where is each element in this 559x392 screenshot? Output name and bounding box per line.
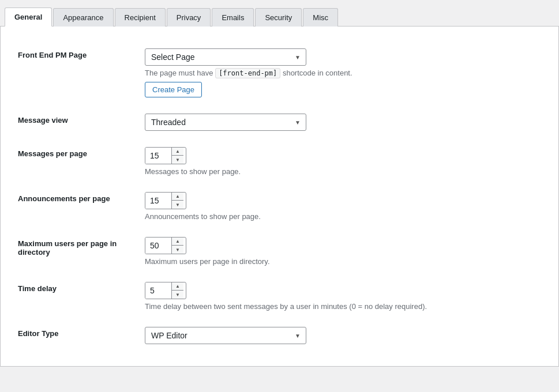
select-editor-type-dropdown[interactable]: WP Editor Plain Text — [145, 327, 306, 344]
spinner-up-messages[interactable]: ▲ — [172, 148, 183, 156]
select-wrapper-page: Select Page ▼ — [145, 48, 306, 66]
input-cell-message-view: Threaded Flat ▼ — [139, 105, 547, 139]
tabs-bar: General Appearance Recipient Privacy Ema… — [0, 0, 559, 27]
label-announcements-per-page: Announcements per page — [12, 184, 139, 229]
messages-per-page-description: Messages to show per page. — [145, 167, 541, 176]
tab-general[interactable]: General — [5, 7, 52, 27]
tab-security[interactable]: Security — [255, 8, 302, 27]
announcements-per-page-input[interactable] — [145, 193, 171, 209]
select-wrapper-message-view: Threaded Flat ▼ — [145, 114, 306, 131]
max-users-per-page-description: Maximum users per page in directory. — [145, 257, 541, 266]
label-time-delay: Time delay — [12, 274, 139, 319]
row-messages-per-page: Messages per page ▲ ▼ Messages to show p… — [12, 139, 547, 184]
spinner-down-max-users[interactable]: ▼ — [172, 246, 183, 254]
spinner-max-users: ▲ ▼ — [171, 238, 183, 254]
max-users-per-page-input[interactable] — [145, 238, 171, 254]
input-cell-front-end-pm: Select Page ▼ The page must have [front-… — [139, 40, 547, 105]
input-cell-announcements-per-page: ▲ ▼ Announcements to show per page. — [139, 184, 547, 229]
spinner-announcements: ▲ ▼ — [171, 193, 183, 209]
tab-privacy[interactable]: Privacy — [167, 8, 211, 27]
label-editor-type: Editor Type — [12, 319, 139, 352]
row-editor-type: Editor Type WP Editor Plain Text ▼ — [12, 319, 547, 352]
spinner-messages: ▲ ▼ — [171, 148, 183, 164]
row-message-view: Message view Threaded Flat ▼ — [12, 105, 547, 139]
tab-misc[interactable]: Misc — [303, 8, 338, 27]
content-area: Front End PM Page Select Page ▼ The page… — [0, 27, 559, 367]
number-wrapper-messages: ▲ ▼ — [145, 147, 186, 164]
input-cell-messages-per-page: ▲ ▼ Messages to show per page. — [139, 139, 547, 184]
select-wrapper-editor-type: WP Editor Plain Text ▼ — [145, 327, 306, 344]
label-message-view: Message view — [12, 105, 139, 139]
page-wrapper: General Appearance Recipient Privacy Ema… — [0, 0, 559, 367]
announcements-per-page-description: Announcements to show per page. — [145, 212, 541, 221]
row-time-delay: Time delay ▲ ▼ Time delay between two se… — [12, 274, 547, 319]
spinner-down-announcements[interactable]: ▼ — [172, 201, 183, 209]
number-wrapper-max-users: ▲ ▼ — [145, 237, 186, 254]
input-cell-editor-type: WP Editor Plain Text ▼ — [139, 319, 547, 352]
tab-recipient[interactable]: Recipient — [115, 8, 166, 27]
tab-appearance[interactable]: Appearance — [53, 8, 113, 27]
row-front-end-pm-page: Front End PM Page Select Page ▼ The page… — [12, 40, 547, 105]
label-front-end-pm-page: Front End PM Page — [12, 40, 139, 105]
label-max-users-per-page: Maximum users per page in directory — [12, 229, 139, 274]
input-cell-max-users-per-page: ▲ ▼ Maximum users per page in directory. — [139, 229, 547, 274]
number-wrapper-announcements: ▲ ▼ — [145, 192, 186, 209]
spinner-up-announcements[interactable]: ▲ — [172, 193, 183, 201]
spinner-down-time-delay[interactable]: ▼ — [172, 291, 183, 299]
time-delay-input[interactable] — [145, 282, 171, 299]
spinner-up-time-delay[interactable]: ▲ — [172, 282, 183, 291]
front-end-pm-description: The page must have [front-end-pm] shortc… — [145, 69, 541, 77]
tab-emails[interactable]: Emails — [212, 8, 254, 27]
spinner-up-max-users[interactable]: ▲ — [172, 238, 183, 246]
select-message-view-dropdown[interactable]: Threaded Flat — [145, 114, 306, 131]
shortcode-tag: [front-end-pm] — [215, 68, 280, 78]
row-max-users-per-page: Maximum users per page in directory ▲ ▼ … — [12, 229, 547, 274]
label-messages-per-page: Messages per page — [12, 139, 139, 184]
input-cell-time-delay: ▲ ▼ Time delay between two sent messages… — [139, 274, 547, 319]
create-page-button[interactable]: Create Page — [145, 82, 202, 97]
spinner-down-messages[interactable]: ▼ — [172, 156, 183, 164]
row-announcements-per-page: Announcements per page ▲ ▼ Announcements… — [12, 184, 547, 229]
select-page-dropdown[interactable]: Select Page — [145, 48, 306, 66]
time-delay-description: Time delay between two sent messages by … — [145, 302, 541, 311]
number-wrapper-time-delay: ▲ ▼ — [145, 282, 186, 299]
settings-form: Front End PM Page Select Page ▼ The page… — [12, 40, 547, 352]
messages-per-page-input[interactable] — [145, 148, 171, 164]
spinner-time-delay: ▲ ▼ — [171, 282, 183, 299]
